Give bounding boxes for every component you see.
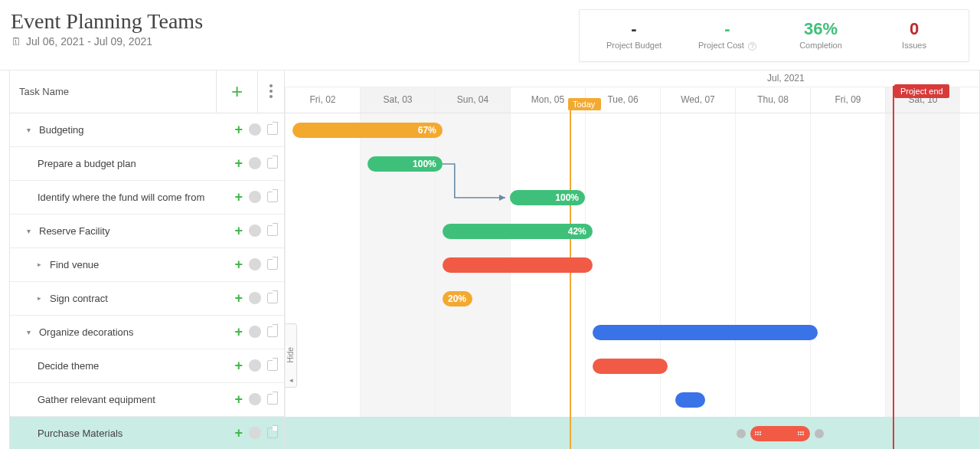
- grid-column: [435, 113, 510, 450]
- add-subtask-button[interactable]: +: [234, 324, 243, 340]
- gantt-area: Jul, 2021 Fri, 02Sat, 03Sun, 04Mon, 05Tu…: [285, 70, 980, 450]
- status-icon[interactable]: [249, 292, 261, 304]
- month-label: Jul, 2021: [767, 73, 805, 84]
- stat-issues: 0 Issues: [881, 21, 947, 51]
- task-row[interactable]: ▾Organize decorations+: [10, 316, 284, 349]
- add-subtask-button[interactable]: +: [234, 392, 243, 408]
- open-detail-icon[interactable]: [267, 259, 278, 270]
- task-name: Purchase Materials: [38, 428, 234, 439]
- gantt-bar[interactable]: 20%: [443, 291, 472, 306]
- add-subtask-button[interactable]: +: [234, 290, 243, 306]
- add-subtask-button[interactable]: +: [234, 223, 243, 239]
- stat-budget-value: -: [601, 21, 667, 38]
- gantt-bar[interactable]: [675, 392, 705, 408]
- task-name: Budgeting: [39, 124, 234, 136]
- page-title: Event Planning Teams: [11, 9, 203, 34]
- caret-down-icon[interactable]: ▾: [27, 227, 34, 235]
- calendar-icon: 🗓: [11, 35, 21, 48]
- status-icon[interactable]: [249, 359, 261, 372]
- open-detail-icon[interactable]: [267, 158, 278, 169]
- task-row[interactable]: Purchase Materials+: [10, 417, 284, 450]
- status-icon[interactable]: [249, 123, 261, 136]
- gantt-bar[interactable]: 100%: [368, 156, 443, 172]
- status-icon[interactable]: [249, 427, 261, 439]
- gantt-bar[interactable]: 67%: [292, 123, 443, 138]
- gantt-bar[interactable]: [593, 325, 818, 340]
- task-panel: Task Name + ▾Budgeting+Prepare a budget …: [9, 70, 285, 450]
- add-subtask-button[interactable]: +: [234, 257, 243, 273]
- title-area: Event Planning Teams 🗓 Jul 06, 2021 - Ju…: [11, 9, 203, 48]
- gantt-bar[interactable]: [593, 359, 668, 374]
- open-detail-icon[interactable]: [267, 192, 278, 202]
- open-detail-icon[interactable]: [267, 124, 278, 135]
- gantt-bar[interactable]: 100%: [510, 190, 585, 205]
- open-detail-icon[interactable]: [267, 428, 278, 438]
- more-menu[interactable]: [258, 70, 284, 113]
- status-icon[interactable]: [249, 224, 261, 237]
- gantt-bar[interactable]: 42%: [443, 224, 593, 239]
- task-name: Decide theme: [38, 360, 234, 372]
- timeline-body[interactable]: Today Project end 67%100%100%42%20%: [285, 113, 979, 450]
- caret-down-icon[interactable]: ▾: [27, 126, 34, 134]
- gantt-bar[interactable]: [750, 426, 810, 441]
- task-row[interactable]: ▾Budgeting+: [10, 113, 284, 147]
- open-detail-icon[interactable]: [267, 326, 278, 337]
- caret-right-icon[interactable]: ▸: [38, 294, 45, 302]
- drag-handle-icon[interactable]: [755, 428, 763, 439]
- date-range[interactable]: 🗓 Jul 06, 2021 - Jul 09, 2021: [11, 35, 203, 48]
- today-line: [570, 101, 571, 450]
- status-icon[interactable]: [249, 258, 261, 270]
- status-icon[interactable]: [249, 191, 261, 203]
- status-icon[interactable]: [249, 157, 261, 169]
- stat-cost-label: Project Cost ?: [694, 41, 760, 51]
- task-row[interactable]: Prepare a budget plan+: [10, 147, 284, 181]
- status-icon[interactable]: [249, 326, 261, 338]
- add-subtask-button[interactable]: +: [234, 189, 243, 205]
- grid-column: [810, 113, 885, 450]
- help-icon[interactable]: ?: [748, 42, 756, 51]
- task-row[interactable]: ▸Find venue+: [10, 248, 284, 282]
- caret-right-icon[interactable]: ▸: [38, 261, 45, 268]
- drag-handle-icon[interactable]: [798, 428, 805, 439]
- open-detail-icon[interactable]: [267, 225, 278, 236]
- caret-down-icon[interactable]: ▾: [27, 328, 34, 336]
- task-name: Organize decorations: [39, 326, 234, 338]
- timeline-header: Jul, 2021 Fri, 02Sat, 03Sun, 04Mon, 05Tu…: [285, 70, 979, 113]
- bar-progress: 100%: [510, 192, 585, 203]
- add-subtask-button[interactable]: +: [234, 122, 243, 138]
- task-name: Find venue: [50, 259, 234, 270]
- days-row: Fri, 02Sat, 03Sun, 04Mon, 05Tue, 06Wed, …: [285, 87, 979, 113]
- stat-issues-value: 0: [881, 21, 947, 38]
- bar-progress: 67%: [292, 125, 443, 136]
- main: Task Name + ▾Budgeting+Prepare a budget …: [0, 70, 980, 450]
- task-row[interactable]: Identify where the fund will come from+: [10, 181, 284, 215]
- day-column: Fri, 02: [285, 87, 360, 113]
- task-panel-head: Task Name +: [10, 70, 284, 113]
- task-row[interactable]: ▾Reserve Facility+: [10, 215, 284, 248]
- task-row[interactable]: ▸Sign contract+: [10, 282, 284, 316]
- column-task-name[interactable]: Task Name: [10, 70, 217, 113]
- add-subtask-button[interactable]: +: [234, 358, 243, 374]
- grid-column: [585, 113, 660, 450]
- task-name: Prepare a budget plan: [38, 158, 234, 169]
- open-detail-icon[interactable]: [267, 293, 278, 303]
- gantt-bar[interactable]: [443, 257, 593, 273]
- kebab-icon: [270, 84, 273, 98]
- project-end-flag: Project end: [894, 84, 949, 98]
- stat-cost-value: -: [694, 21, 760, 38]
- task-row[interactable]: Decide theme+: [10, 349, 284, 383]
- project-stats: - Project Budget - Project Cost ? 36% Co…: [579, 9, 969, 62]
- status-icon[interactable]: [249, 393, 261, 405]
- task-row[interactable]: Gather relevant equipment+: [10, 383, 284, 417]
- stat-completion: 36% Completion: [788, 21, 854, 51]
- add-subtask-button[interactable]: +: [234, 156, 243, 172]
- open-detail-icon[interactable]: [267, 394, 278, 405]
- open-detail-icon[interactable]: [267, 360, 278, 371]
- today-flag: Today: [568, 98, 601, 110]
- task-rows: ▾Budgeting+Prepare a budget plan+Identif…: [10, 113, 284, 450]
- add-column-button[interactable]: +: [217, 70, 258, 113]
- day-column: Fri, 09: [810, 87, 885, 113]
- stat-budget-label: Project Budget: [601, 41, 667, 50]
- day-column: Sun, 04: [435, 87, 510, 113]
- add-subtask-button[interactable]: +: [234, 425, 243, 441]
